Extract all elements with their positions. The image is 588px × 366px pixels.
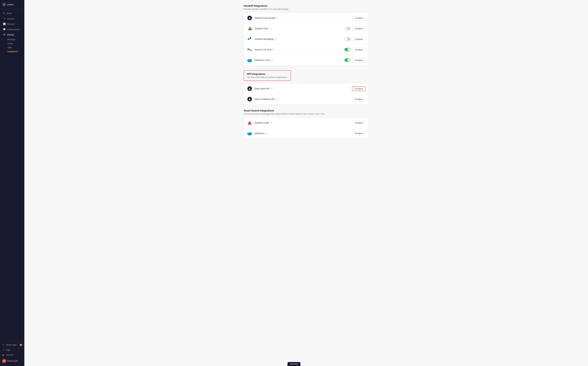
salesforce-search-logo [247,130,252,136]
data-compliance-configure-btn[interactable]: Configure [352,97,365,101]
sidebar-bottom: ✦ What's New 3 ? Help ▶ Test Bot P Patri… [0,341,24,366]
svg-point-17 [248,132,252,135]
default-email-name: Default Email Handoff i [255,17,350,19]
integration-row-data-compliance: Data Compliance API i Configure [244,94,368,104]
ada-logo-compliance-icon [247,97,252,101]
sidebar-item-measure[interactable]: 📊 Measure [1,21,23,27]
default-email-logo [247,15,252,21]
dev-tools-bar[interactable]: DevTools [287,362,300,366]
zendesk-chat-logo [247,26,252,31]
default-email-actions: Configure [352,16,365,20]
svg-point-11 [249,98,250,99]
salesforce-chat-info-icon[interactable]: i [271,59,273,61]
api-section-title: API Integrations [247,73,288,76]
svg-point-4 [248,38,250,40]
zendesk-chat-name: Zendesk Chat i [255,27,342,30]
profile-name: Patrick Quan [7,360,18,362]
sidebar-username[interactable]: ◎ polina1 [2,2,22,6]
zendesk-messaging-logo [247,36,252,42]
sidebar-header: ◎ polina1 [0,0,24,9]
zendesk-chat-info-icon[interactable]: i [269,27,271,30]
ada-logo-icon [247,16,252,20]
settings-icon: ⚙ [3,33,6,36]
salesforce-chat-name: Salesforce Chat i [255,59,342,61]
content-area: Handoff Integrations Provide seamless ha… [238,0,375,148]
zendesk-chat-configure-btn[interactable]: Configure [352,26,365,31]
build-icon: 🔨 [3,12,6,15]
zendesk-chat-toggle[interactable] [345,27,351,30]
sidebar-item-improve[interactable]: ✦ Improve [1,16,23,21]
svg-point-0 [249,17,250,18]
data-export-actions: Configure [352,86,365,91]
handoff-section-title: Handoff Integrations [244,5,369,7]
integration-row-nuance: Nuance Live Chat i Configure [244,44,368,55]
nuance-configure-btn[interactable]: Configure [352,47,365,52]
whats-new-icon: ✦ [2,344,5,346]
default-email-info-icon[interactable]: i [276,17,279,19]
data-export-name: Data Export API i [255,87,350,90]
sidebar-item-help[interactable]: ? Help [0,347,24,352]
zendesk-messaging-info-icon[interactable]: i [274,38,277,40]
svg-point-5 [250,37,251,39]
sidebar-item-whats-new[interactable]: ✦ What's New 3 [0,342,24,347]
sidebar-sub-team[interactable]: Team [6,46,24,50]
sidebar-sub-bot-setup[interactable]: Bot Setup [6,38,24,42]
data-export-logo [247,86,252,91]
api-section-subtitle: Use Ada's APIs with your external applic… [247,76,288,78]
salesforce-chat-logo [247,57,252,63]
api-section: API Integrations Use Ada's APIs with you… [244,70,369,105]
integration-row-salesforce-chat: Salesforce Chat i Configure [244,55,368,65]
help-icon: ? [2,349,5,351]
integration-row-zendesk-chat: Zendesk Chat i Configure [244,23,368,34]
default-email-configure-btn[interactable]: Configure [352,16,365,20]
integration-row-zendesk-guide: Zendesk Guide i Configure [244,118,368,128]
api-card: Data Export API i Configure D [244,83,369,105]
salesforce-search-configure-btn[interactable]: Configure [352,131,365,136]
integration-row-default-email: Default Email Handoff i Configure [244,13,368,23]
sidebar-item-settings[interactable]: ⚙ Settings [1,32,23,37]
salesforce-search-info-icon[interactable]: i [265,132,268,135]
settings-submenu: Bot Setup Activity Team Integrations [0,37,24,54]
zendesk-chat-actions: Configure [345,26,365,31]
salesforce-chat-actions: Configure [345,58,365,62]
zendesk-messaging-toggle[interactable] [345,37,351,41]
data-compliance-name: Data Compliance API i [255,98,350,100]
smart-search-section: Smart Search Integrations Let your bot s… [244,109,369,139]
zendesk-guide-configure-btn[interactable]: Configure [352,121,365,125]
zendesk-guide-info-icon[interactable]: i [270,122,272,124]
api-section-header-highlighted: API Integrations Use Ada's APIs with you… [244,70,291,81]
zendesk-messaging-configure-btn[interactable]: Configure [352,37,365,41]
handoff-section-subtitle: Provide seamless handoff to live chat an… [244,8,369,10]
smart-search-learn-more-link[interactable]: Learn more [315,113,325,115]
nuance-name: Nuance Live Chat i [255,48,342,51]
sidebar: ◎ polina1 🔨 Build ✦ Improve 📊 Measure 💬 … [0,0,24,366]
nuance-info-icon[interactable]: i [272,48,275,51]
sidebar-item-test-bot[interactable]: ▶ Test Bot [0,352,24,358]
salesforce-search-actions: Configure [352,131,365,136]
salesforce-search-name: Salesforce i [255,132,350,135]
zendesk-guide-logo [247,120,252,125]
handoff-section: Handoff Integrations Provide seamless ha… [244,5,369,65]
salesforce-chat-toggle[interactable] [345,58,351,62]
nuance-logo [247,47,252,52]
sidebar-sub-integrations[interactable]: Integrations [6,50,24,53]
data-export-configure-btn[interactable]: Configure [352,86,365,91]
smart-search-section-title: Smart Search Integrations [244,109,369,112]
svg-point-9 [248,59,252,62]
sidebar-sub-activity[interactable]: Activity [6,42,24,46]
integration-row-salesforce-search: Salesforce i Configure [244,128,368,138]
conversations-icon: 💬 [3,28,6,30]
zendesk-guide-actions: Configure [352,121,365,125]
zendesk-messaging-name: Zendesk Messaging i [255,38,342,40]
improve-icon: ✦ [3,17,6,20]
salesforce-chat-configure-btn[interactable]: Configure [352,58,365,62]
sidebar-item-build[interactable]: 🔨 Build [1,11,23,16]
ada-logo-export-icon [247,86,252,91]
user-icon: ◎ [2,2,6,6]
sidebar-profile[interactable]: P Patrick Quan [0,358,24,365]
sidebar-item-conversations[interactable]: 💬 Conversations [1,27,23,32]
data-export-info-icon[interactable]: i [271,88,273,90]
integration-row-zendesk-messaging: Zendesk Messaging i Configure [244,34,368,44]
data-compliance-info-icon[interactable]: i [276,98,278,100]
nuance-toggle[interactable] [345,48,351,51]
